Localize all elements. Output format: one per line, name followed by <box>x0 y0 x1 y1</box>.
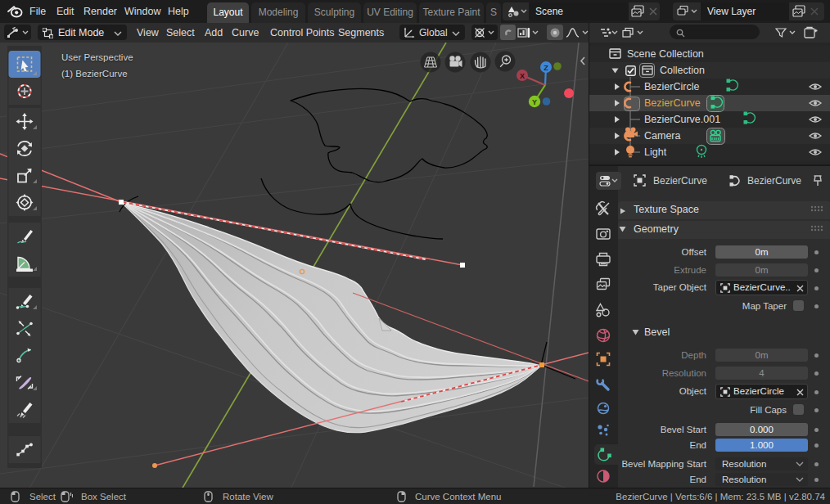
svg-text:X: X <box>520 72 525 80</box>
svg-text:Z: Z <box>544 64 548 72</box>
svg-text:Y: Y <box>532 98 537 106</box>
